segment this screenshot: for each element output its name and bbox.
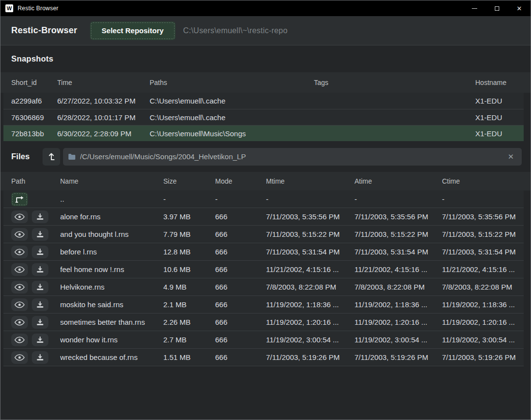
file-name: alone for.rns (60, 212, 163, 221)
file-atime: - (354, 195, 442, 203)
column-header-ctime: Ctime (442, 177, 531, 185)
file-ctime: 11/19/2002, 1:18:36 ... (442, 300, 524, 309)
file-atime: 7/11/2003, 5:15:22 PM (354, 230, 442, 238)
files-table-body: .. - - - - - alone for.rns 3.97 MB (0, 190, 531, 366)
download-icon (36, 354, 44, 361)
file-mode: 666 (215, 283, 266, 291)
column-header-paths: Paths (150, 79, 314, 86)
snapshot-time: 6/28/2022, 10:01:17 PM (57, 113, 150, 122)
file-mtime: 7/8/2003, 8:22:08 PM (266, 283, 354, 291)
download-file-button[interactable] (32, 298, 48, 311)
snapshots-table-body: a2299af6 6/27/2022, 10:03:32 PM C:\Users… (0, 93, 531, 141)
preview-file-button[interactable] (11, 316, 28, 329)
preview-file-button[interactable] (11, 351, 28, 364)
current-path-bar[interactable]: /C/Users/emuell/Music/Songs/2004_Helveti… (63, 148, 522, 166)
file-row[interactable]: wonder how it.rns 2.7 MB 666 11/19/2002,… (3, 331, 524, 349)
download-file-button[interactable] (32, 210, 48, 223)
file-size: 1.51 MB (163, 353, 215, 361)
snapshot-paths: C:\Users\emuell\Music\Songs (150, 129, 314, 138)
file-mtime: 11/19/2002, 1:20:16 ... (266, 318, 354, 326)
snapshot-short-id: 76306869 (11, 113, 57, 122)
maximize-button[interactable] (486, 0, 508, 16)
download-file-button[interactable] (32, 334, 48, 346)
file-ctime: 7/11/2003, 5:35:56 PM (442, 212, 524, 221)
snapshot-row[interactable]: 72b813bb 6/30/2022, 2:28:09 PM C:\Users\… (3, 125, 524, 141)
file-row[interactable]: alone for.rns 3.97 MB 666 7/11/2003, 5:3… (3, 208, 524, 226)
preview-file-button[interactable] (11, 210, 28, 223)
preview-file-button[interactable] (11, 298, 28, 311)
file-mode: - (215, 195, 266, 203)
eye-icon (14, 249, 25, 255)
window-controls: ✕ (463, 0, 531, 16)
preview-file-button[interactable] (11, 246, 28, 258)
eye-icon (14, 336, 25, 343)
download-file-button[interactable] (32, 281, 48, 294)
file-ctime: 7/8/2003, 8:22:08 PM (442, 283, 524, 291)
column-header-mode: Mode (215, 177, 266, 185)
file-row[interactable]: wrecked because of.rns 1.51 MB 666 7/11/… (3, 349, 524, 366)
file-size: 4.9 MB (163, 283, 215, 291)
parent-directory-row[interactable]: .. - - - - - (3, 190, 524, 208)
download-file-button[interactable] (32, 228, 48, 241)
download-icon (36, 283, 44, 291)
clear-path-button[interactable]: ✕ (506, 152, 516, 161)
column-header-tags: Tags (314, 79, 475, 86)
eye-icon (14, 266, 25, 273)
file-name: .. (60, 195, 163, 203)
file-mtime: - (266, 195, 354, 203)
close-icon: ✕ (517, 5, 522, 12)
snapshot-row[interactable]: a2299af6 6/27/2022, 10:03:32 PM C:\Users… (3, 93, 524, 109)
select-repository-button[interactable]: Select Repository (90, 21, 176, 40)
snapshot-paths: C:\Users\emuell\.cache (150, 97, 314, 105)
file-mode: 666 (215, 230, 266, 238)
download-icon (36, 266, 44, 273)
file-name: wrecked because of.rns (60, 353, 163, 361)
open-root-button[interactable] (43, 148, 60, 166)
file-mtime: 7/11/2003, 5:19:26 PM (266, 353, 354, 361)
file-row[interactable]: sometimes better than.rns 2.26 MB 666 11… (3, 314, 524, 331)
file-ctime: - (442, 195, 524, 203)
preview-file-button[interactable] (11, 263, 28, 276)
close-button[interactable]: ✕ (508, 0, 531, 16)
file-mtime: 7/11/2003, 5:31:54 PM (266, 248, 354, 256)
file-mode: 666 (215, 318, 266, 326)
snapshot-row[interactable]: 76306869 6/28/2022, 10:01:17 PM C:\Users… (3, 109, 524, 125)
file-atime: 7/11/2003, 5:31:54 PM (354, 248, 442, 256)
snapshot-hostname: X1-EDU (475, 97, 524, 105)
folder-icon (68, 153, 76, 160)
snapshot-short-id: 72b813bb (11, 129, 57, 138)
file-mtime: 11/19/2002, 3:00:54 ... (266, 336, 354, 344)
file-row[interactable]: moskito he said.rns 2.1 MB 666 11/19/200… (3, 296, 524, 314)
minimize-button[interactable] (463, 0, 486, 16)
snapshot-paths: C:\Users\emuell\.cache (150, 113, 314, 122)
file-atime: 11/21/2002, 4:15:16 ... (354, 265, 442, 273)
file-row[interactable]: before l.rns 12.8 MB 666 7/11/2003, 5:31… (3, 243, 524, 261)
download-file-button[interactable] (32, 351, 48, 364)
file-row[interactable]: feel home now !.rns 10.6 MB 666 11/21/20… (3, 261, 524, 278)
preview-file-button[interactable] (11, 281, 28, 294)
file-ctime: 11/19/2002, 1:20:16 ... (442, 318, 524, 326)
preview-file-button[interactable] (11, 334, 28, 346)
file-size: 2.26 MB (163, 318, 215, 326)
go-parent-directory-button[interactable] (11, 192, 28, 206)
download-icon (36, 231, 44, 238)
file-ctime: 11/19/2002, 3:00:54 ... (442, 336, 524, 344)
return-arrow-icon (14, 195, 25, 204)
download-file-button[interactable] (32, 316, 48, 329)
repository-path-text: C:\Users\emuell\~\restic-repo (183, 26, 288, 35)
file-mtime: 7/11/2003, 5:35:56 PM (266, 212, 354, 221)
minimize-icon (472, 8, 477, 9)
eye-icon (14, 231, 25, 238)
column-header-hostname: Hostname (475, 79, 531, 86)
snapshot-time: 6/30/2022, 2:28:09 PM (57, 129, 150, 138)
files-table-header: Path Name Size Mode Mtime Atime Ctime (0, 172, 531, 190)
preview-file-button[interactable] (11, 228, 28, 241)
download-file-button[interactable] (32, 246, 48, 258)
column-header-path: Path (11, 177, 60, 185)
file-row[interactable]: and you thought l.rns 7.79 MB 666 7/11/2… (3, 226, 524, 243)
file-atime: 11/19/2002, 3:00:54 ... (354, 336, 442, 344)
file-row[interactable]: Helvikone.rns 4.9 MB 666 7/8/2003, 8:22:… (3, 278, 524, 296)
files-title: Files (11, 152, 30, 161)
snapshots-table-header: Short_id Time Paths Tags Hostname (0, 72, 531, 93)
download-file-button[interactable] (32, 263, 48, 276)
